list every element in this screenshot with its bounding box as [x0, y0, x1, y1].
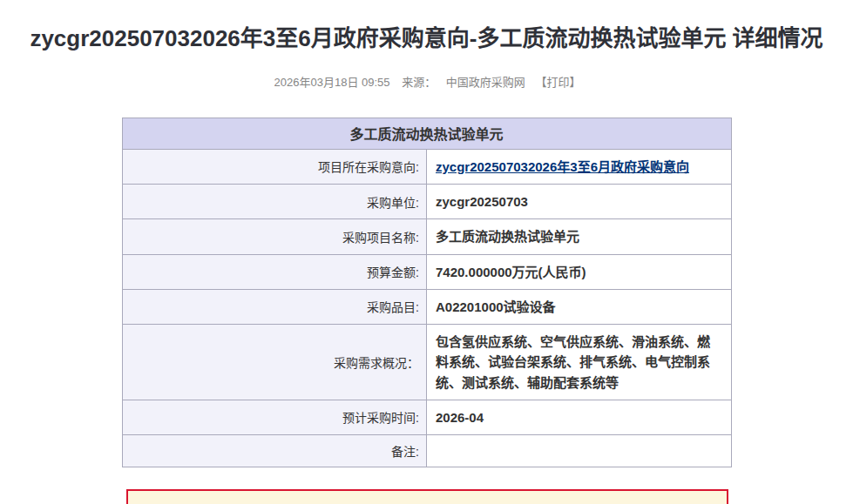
- notice-box: 本次公开的采购意向是本单位政府采购工作的初步安排，具体采购项目情况以相关采购公告…: [126, 489, 728, 504]
- intention-link[interactable]: zycgr202507032026年3至6月政府采购意向: [436, 159, 689, 174]
- print-button[interactable]: 【打印】: [535, 76, 580, 89]
- table-row: 采购单位: zycgr20250703: [122, 185, 731, 219]
- table-row: 项目所在采购意向: zycgr202507032026年3至6月政府采购意向: [122, 149, 731, 184]
- table-row: 采购品目: A02201000试验设备: [122, 289, 731, 324]
- row-label-demand-overview: 采购需求概况：: [122, 325, 427, 400]
- content-area: 多工质流动换热试验单元 项目所在采购意向: zycgr202507032026年…: [122, 118, 732, 504]
- row-value-remark: [427, 435, 732, 467]
- table-row: 预算金额: 7420.000000万元(人民币): [122, 254, 731, 289]
- table-row: 备注:: [122, 435, 731, 467]
- row-label-project-name: 采购项目名称:: [122, 219, 427, 254]
- table-title: 多工质流动换热试验单元: [122, 118, 731, 149]
- row-value-budget: 7420.000000万元(人民币): [427, 254, 732, 289]
- row-label-remark: 备注:: [122, 435, 427, 467]
- row-label-intention: 项目所在采购意向:: [122, 149, 427, 184]
- procurement-detail-page: zycgr202507032026年3至6月政府采购意向-多工质流动换热试验单元…: [0, 24, 853, 504]
- row-value-project-name: 多工质流动换热试验单元: [427, 219, 732, 254]
- table-header-row: 多工质流动换热试验单元: [122, 118, 731, 149]
- row-value-intention: zycgr202507032026年3至6月政府采购意向: [427, 149, 732, 184]
- row-value-purchaser: zycgr20250703: [427, 185, 732, 219]
- row-value-category: A02201000试验设备: [427, 289, 732, 324]
- row-label-purchaser: 采购单位:: [122, 185, 427, 219]
- source-label: 来源：: [402, 76, 436, 89]
- page-title: zycgr202507032026年3至6月政府采购意向-多工质流动换热试验单元…: [10, 24, 843, 54]
- row-label-budget: 预算金额:: [122, 254, 427, 289]
- row-label-category: 采购品目:: [122, 289, 427, 324]
- detail-table: 多工质流动换热试验单元 项目所在采购意向: zycgr202507032026年…: [122, 118, 732, 467]
- table-row: 采购需求概况： 包含氢供应系统、空气供应系统、滑油系统、燃料系统、试验台架系统、…: [122, 325, 731, 400]
- table-row: 预计采购时间: 2026-04: [122, 400, 731, 434]
- publish-datetime: 2026年03月18日 09:55: [274, 76, 390, 89]
- row-value-expected-time: 2026-04: [427, 400, 732, 434]
- meta-line: 2026年03月18日 09:55 来源： 中国政府采购网 【打印】: [0, 73, 853, 90]
- row-label-expected-time: 预计采购时间:: [122, 400, 427, 434]
- table-row: 采购项目名称: 多工质流动换热试验单元: [122, 219, 731, 254]
- source-name: 中国政府采购网: [446, 76, 525, 89]
- row-value-demand-overview: 包含氢供应系统、空气供应系统、滑油系统、燃料系统、试验台架系统、排气系统、电气控…: [427, 325, 732, 400]
